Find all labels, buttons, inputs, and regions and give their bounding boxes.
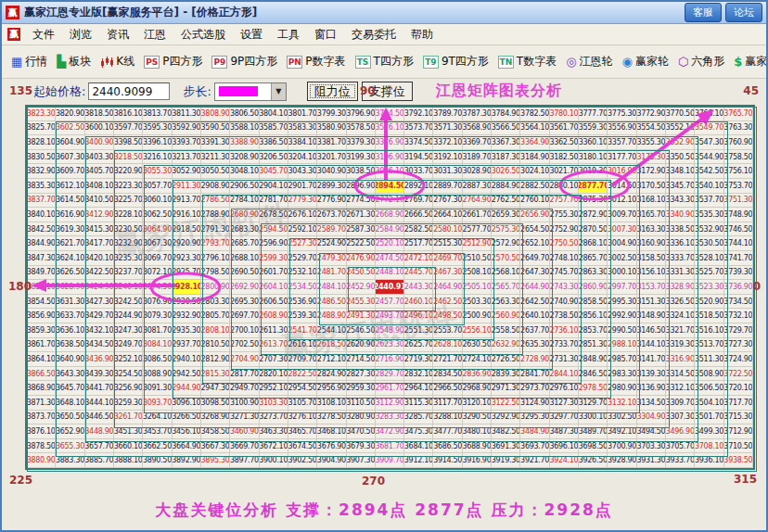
grid-cell[interactable]: 2640.10 [520,309,549,323]
grid-cell[interactable]: 3832.90 [27,164,56,179]
menu-settings[interactable]: 设置 [233,25,270,44]
grid-cell[interactable]: 3105.70 [288,396,317,411]
grid-cell[interactable]: 3477.70 [433,424,462,439]
grid-cell[interactable]: 2688.10 [230,251,259,266]
grid-cell[interactable]: 3451.30 [114,424,143,439]
grid-cell[interactable]: 2575.30 [492,222,520,237]
grid-cell[interactable]: 3849.70 [27,266,56,281]
grid-cell[interactable]: 2728.90 [520,352,549,367]
menu-window[interactable]: 窗口 [307,25,344,44]
grid-cell[interactable]: 3468.10 [317,424,346,439]
grid-cell[interactable]: 3112.90 [376,396,404,411]
grid-cell[interactable]: 2448.10 [376,266,404,281]
grid-cell[interactable]: 2676.10 [288,208,317,222]
grid-cell[interactable]: 3648.10 [56,396,84,411]
grid-cell[interactable]: 3741.70 [724,251,753,266]
grid-cell[interactable]: 2889.70 [433,179,462,194]
grid-cell[interactable]: 3645.70 [56,381,84,396]
grid-cell[interactable]: 2964.10 [404,381,433,396]
grid-cell[interactable]: 3088.90 [143,367,172,382]
grid-cell[interactable]: 3465.70 [288,424,317,439]
grid-cell[interactable]: 2517.70 [404,236,433,251]
grid-cell[interactable]: 3261.70 [114,411,143,425]
grid-cell[interactable]: 3768.10 [695,107,723,121]
grid-cell[interactable]: 3746.50 [724,222,753,237]
toolbar-9p-square[interactable]: P9 9P四方形 [208,51,281,72]
grid-cell[interactable]: 3818.50 [85,107,114,121]
grid-cell[interactable]: 3888.10 [114,453,143,468]
grid-cell[interactable]: 3816.10 [114,107,143,121]
grid-cell[interactable]: 3643.30 [56,367,84,382]
grid-cell[interactable]: 3319.30 [666,338,695,353]
grid-cell[interactable]: 3602.50 [56,121,84,136]
grid-cell[interactable]: 2563.30 [492,295,520,310]
grid-cell[interactable]: 3873.70 [27,411,56,425]
grid-cell[interactable]: 2800.90 [201,280,230,295]
grid-cell[interactable]: 3278.50 [317,411,346,425]
grid-cell[interactable]: 2995.30 [608,295,636,310]
grid-cell[interactable]: 3897.70 [230,453,259,468]
grid-cell[interactable]: 2997.70 [608,280,636,295]
grid-cell[interactable]: 2673.70 [317,208,346,222]
grid-cell[interactable]: 2918.50 [173,222,201,237]
grid-cell[interactable]: 2457.70 [376,295,404,310]
grid-cell[interactable]: 2844.10 [550,367,579,382]
grid-cell[interactable]: 3712.90 [724,424,753,439]
grid-cell[interactable]: 2683.30 [230,222,259,237]
grid-cell[interactable]: 2690.50 [230,266,259,281]
grid-cell[interactable]: 2508.10 [463,266,492,281]
grid-cell[interactable]: 2973.70 [520,381,549,396]
grid-cell[interactable]: 2484.10 [317,280,346,295]
grid-cell[interactable]: 3820.90 [56,107,84,121]
grid-cell[interactable]: 3861.70 [27,338,56,353]
grid-cell[interactable]: 2815.30 [201,367,230,382]
grid-cell[interactable]: 3640.90 [56,352,84,367]
grid-cell[interactable]: 3321.70 [666,323,695,338]
grid-cell[interactable]: 2443.30 [404,280,433,295]
grid-cell[interactable]: 3290.50 [463,411,492,425]
grid-cell[interactable]: 3835.30 [27,179,56,194]
grid-cell[interactable]: 3792.10 [404,107,433,121]
grid-cell[interactable]: 2846.50 [579,367,608,382]
grid-cell[interactable]: 3787.30 [463,107,492,121]
grid-cell[interactable]: 3895.30 [201,453,230,468]
grid-cell[interactable]: 3444.10 [85,396,114,411]
customer-service-button[interactable]: 客服 [685,3,722,22]
grid-cell[interactable]: 3626.50 [56,266,84,281]
grid-cell[interactable]: 2532.10 [288,266,317,281]
grid-cell[interactable]: 2824.90 [317,367,346,382]
grid-cell[interactable]: 3518.50 [695,309,723,323]
grid-cell[interactable]: 3436.90 [85,352,114,367]
menu-news[interactable]: 资讯 [99,25,136,44]
grid-cell[interactable]: 2959.30 [347,381,376,396]
grid-cell[interactable]: 2647.30 [520,266,549,281]
grid-cell[interactable]: 2452.90 [347,280,376,295]
grid-cell[interactable]: 3004.90 [608,236,636,251]
grid-cell[interactable]: 3456.10 [173,424,201,439]
grid-cell[interactable]: 2769.70 [404,194,433,209]
grid-cell[interactable]: 3120.10 [463,396,492,411]
grid-cell[interactable]: 2848.90 [579,352,608,367]
grid-cell[interactable]: 2488.90 [317,309,346,323]
grid-cell[interactable]: 3484.90 [520,424,549,439]
grid-cell[interactable]: 3158.50 [637,251,666,266]
grid-cell[interactable]: 2445.70 [404,266,433,281]
grid-cell[interactable]: 2776.90 [317,194,346,209]
grid-cell[interactable]: 3736.90 [724,280,753,295]
toolbar-gann-wheel[interactable]: ◎ 江恩轮 [562,51,616,72]
grid-cell[interactable]: 3153.70 [637,280,666,295]
grid-cell[interactable]: 3225.70 [114,194,143,209]
grid-cell[interactable]: 3007.30 [608,222,636,237]
grid-cell[interactable]: 2932.90 [173,309,201,323]
grid-cell[interactable]: 3254.50 [114,367,143,382]
grid-cell[interactable]: 2556.10 [463,323,492,338]
grid-cell[interactable]: 3542.50 [695,164,723,179]
grid-cell[interactable]: 2868.10 [579,236,608,251]
grid-cell[interactable]: 3388.90 [230,135,259,150]
grid-cell[interactable]: 3072.10 [143,266,172,281]
grid-cell[interactable]: 3595.30 [143,121,172,136]
menu-formula-stock-pick[interactable]: 公式选股 [173,25,233,44]
grid-cell[interactable]: 3919.30 [492,453,520,468]
grid-cell[interactable]: 3763.30 [724,121,753,136]
grid-cell[interactable]: 3775.30 [608,107,636,121]
